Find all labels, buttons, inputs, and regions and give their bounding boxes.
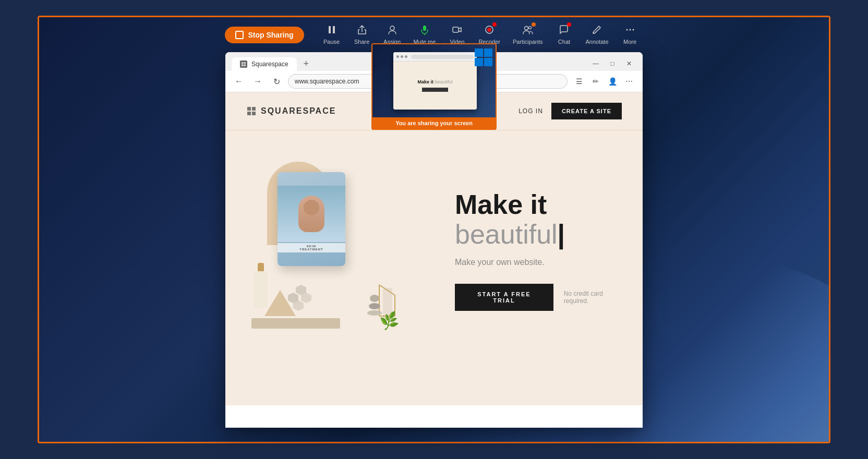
preview-mini-browser: Make it beautiful <box>393 52 477 110</box>
hero-title-bold: Make it <box>455 189 547 220</box>
svg-rect-20 <box>252 112 256 115</box>
svg-line-27 <box>379 285 395 295</box>
mini-dot-2 <box>401 55 403 58</box>
create-site-button[interactable]: CREATE A SITE <box>551 103 622 119</box>
mini-dot-3 <box>405 55 407 58</box>
svg-rect-1 <box>333 26 335 33</box>
website-content: SQUARESPACE SEARCH LOG IN CREATE A SITE <box>225 92 643 405</box>
tab-title: Squarespace <box>251 61 288 68</box>
tablet-screen: SKIN TREATMENT <box>278 172 345 266</box>
svg-point-2 <box>390 26 394 30</box>
svg-rect-16 <box>244 65 246 67</box>
pause-icon <box>327 25 337 37</box>
share-preview-popup: Make it beautiful You are sharing your s… <box>371 43 497 130</box>
annotate-label: Annotate <box>585 39 608 45</box>
participants-label: Participants <box>513 39 542 45</box>
product-tablet: SKIN TREATMENT <box>278 172 345 266</box>
stop-sharing-button[interactable]: Stop Sharing <box>225 27 304 43</box>
window-controls: — □ ✕ <box>588 56 636 71</box>
stop-sharing-icon <box>235 31 244 39</box>
svg-point-11 <box>629 29 631 31</box>
more-label: More <box>623 39 636 45</box>
squarespace-wordmark: SQUARESPACE <box>261 106 336 116</box>
toolbar-chat[interactable]: Chat <box>551 22 577 47</box>
share-icon <box>357 25 367 37</box>
svg-point-7 <box>487 28 491 32</box>
browser-tab-squarespace[interactable]: Squarespace <box>232 57 297 71</box>
recorder-badge <box>492 22 497 27</box>
browser-tabs: Squarespace + <box>232 56 314 71</box>
site-logo: SQUARESPACE <box>246 106 336 116</box>
login-button[interactable]: LOG IN <box>519 107 543 115</box>
svg-point-10 <box>626 29 628 31</box>
free-trial-button[interactable]: START A FREE TRIAL <box>455 284 553 311</box>
browser-more-button[interactable]: ⋯ <box>622 74 636 89</box>
mini-dot-1 <box>396 55 399 58</box>
stone-platform <box>251 318 340 329</box>
screen-share-frame: Stop Sharing Pause Share <box>38 16 830 443</box>
bottle-group <box>254 263 268 308</box>
svg-rect-15 <box>242 65 244 67</box>
more-icon <box>625 25 635 37</box>
svg-rect-19 <box>247 112 251 115</box>
skin-treatment-label: SKIN TREATMENT <box>278 243 345 252</box>
hero-left: SKIN TREATMENT <box>246 151 415 349</box>
svg-point-12 <box>632 29 634 31</box>
chat-badge <box>567 22 571 27</box>
refresh-button[interactable]: ↻ <box>269 74 284 89</box>
stop-sharing-label: Stop Sharing <box>248 31 293 39</box>
svg-rect-17 <box>247 107 251 111</box>
pause-label: Pause <box>323 39 340 45</box>
account-button[interactable]: 👤 <box>605 74 620 89</box>
balanced-stones <box>367 295 382 316</box>
back-button[interactable]: ← <box>232 74 246 89</box>
annotate-icon <box>592 25 602 37</box>
new-tab-button[interactable]: + <box>299 56 314 71</box>
site-nav-actions: LOG IN CREATE A SITE <box>519 103 622 119</box>
hero-right: Make it beautiful| Make your own website… <box>434 190 622 311</box>
svg-rect-13 <box>242 62 244 64</box>
window-minimize-button[interactable]: — <box>588 56 603 71</box>
menu-button[interactable]: ☰ <box>572 74 586 89</box>
toolbar-share[interactable]: Share <box>349 22 375 47</box>
browser-actions: ☰ ✏ 👤 ⋯ <box>572 74 636 89</box>
share-preview-label: You are sharing your screen <box>372 117 496 129</box>
toolbar-pause[interactable]: Pause <box>319 22 345 47</box>
assign-icon <box>387 25 397 37</box>
preview-thumbnail: Make it beautiful <box>372 44 497 117</box>
hex-shapes <box>288 285 330 318</box>
svg-rect-18 <box>252 107 256 111</box>
squarespace-logo-icon <box>246 106 257 116</box>
hero-section: SKIN TREATMENT <box>225 130 643 370</box>
preview-mini-address <box>411 55 474 59</box>
window-close-button[interactable]: ✕ <box>622 56 636 71</box>
chat-icon <box>559 25 569 37</box>
product-display: SKIN TREATMENT <box>246 151 403 349</box>
forward-button[interactable]: → <box>250 74 265 89</box>
windows-logo <box>475 49 493 69</box>
hero-title-light: beautiful <box>455 219 558 249</box>
preview-mini-content: Make it beautiful <box>393 62 477 110</box>
svg-rect-31 <box>475 58 483 66</box>
svg-point-9 <box>528 27 531 29</box>
hero-actions: START A FREE TRIAL No credit card requir… <box>455 284 622 311</box>
participants-badge <box>532 22 536 27</box>
hero-subtitle: Make your own website. <box>455 258 622 267</box>
preview-mini-bar <box>393 52 477 62</box>
edit-button[interactable]: ✏ <box>588 74 603 89</box>
svg-rect-14 <box>244 62 246 64</box>
svg-rect-30 <box>484 49 492 57</box>
svg-rect-3 <box>423 26 426 31</box>
svg-point-8 <box>524 27 528 30</box>
recorder-icon <box>484 25 495 37</box>
window-maximize-button[interactable]: □ <box>605 56 620 71</box>
participants-icon <box>522 25 534 37</box>
svg-rect-5 <box>453 27 459 32</box>
toolbar-participants[interactable]: Participants <box>509 22 547 47</box>
toolbar-more[interactable]: More <box>617 22 643 47</box>
hero-title: Make it beautiful| <box>455 190 622 249</box>
video-icon <box>452 25 462 37</box>
svg-rect-0 <box>329 26 331 33</box>
hero-cursor: | <box>558 219 565 249</box>
toolbar-annotate[interactable]: Annotate <box>581 22 612 47</box>
